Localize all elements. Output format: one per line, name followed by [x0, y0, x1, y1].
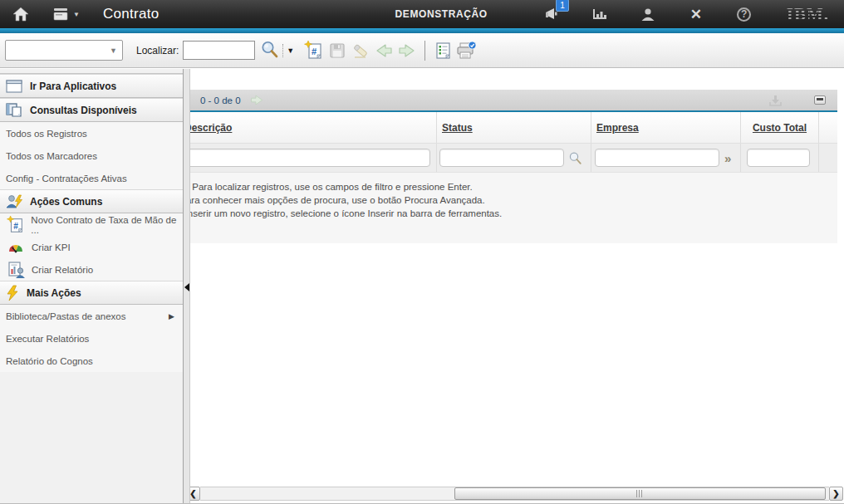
- scrollbar-grip-icon: [636, 490, 644, 497]
- reports-button[interactable]: [431, 39, 454, 62]
- sidebar-section-more-actions[interactable]: Mais Ações: [0, 281, 183, 305]
- print-button[interactable]: [454, 39, 478, 62]
- scrollbar-track[interactable]: [200, 487, 829, 501]
- notification-badge: 1: [556, 0, 569, 12]
- svg-text:#: #: [312, 46, 316, 56]
- column-header-extra: [818, 112, 837, 143]
- item-label: Todos os Marcadores: [6, 151, 97, 161]
- search-button[interactable]: [260, 40, 279, 61]
- sort-descricao[interactable]: Descrição: [184, 122, 232, 134]
- save-button[interactable]: [326, 39, 349, 62]
- next-record-button[interactable]: [395, 39, 419, 62]
- sidebar-item-executar-relatorios[interactable]: Executar Relatórios: [0, 327, 183, 350]
- sidebar-gutter: [184, 69, 190, 503]
- sidebar-item-relatorio-do-cognos[interactable]: Relatório do Cognos: [0, 350, 183, 372]
- create-report-icon: [6, 262, 26, 278]
- close-icon: ✕: [690, 6, 702, 23]
- more-actions-icon: [5, 285, 20, 301]
- report-list-icon: [434, 41, 452, 61]
- scrollbar-thumb[interactable]: [454, 487, 826, 500]
- sidebar-item-biblioteca-pastas-anexos[interactable]: Biblioteca/Pastas de anexos ▶: [0, 305, 183, 327]
- divider: [282, 44, 283, 57]
- combo-arrow-icon: ▼: [110, 46, 117, 55]
- filter-cell-custo-total: [740, 144, 818, 172]
- clear-changes-button[interactable]: [349, 39, 372, 62]
- sort-status[interactable]: Status: [437, 122, 473, 134]
- toolbar-divider: [424, 41, 425, 61]
- sort-empresa[interactable]: Empresa: [591, 122, 639, 134]
- search-options-caret[interactable]: ▼: [287, 46, 294, 55]
- environment-label: DEMONSTRAÇÃO: [395, 8, 488, 20]
- filter-cell-descricao: [184, 144, 436, 172]
- sidebar-item-config-contratacoes-ativas[interactable]: Config - Contratações Ativas: [0, 167, 183, 189]
- home-icon-glyph: [12, 7, 29, 22]
- scroll-right-button[interactable]: ❯: [829, 487, 843, 501]
- help-line: Para conhecer mais opções de procura, us…: [184, 193, 837, 207]
- toolbar: ▼ Localizar: ▼ #: [0, 33, 844, 68]
- new-contract-icon: #: [6, 215, 25, 235]
- reports-chart-button[interactable]: [587, 7, 612, 21]
- filter-input-status[interactable]: [439, 149, 564, 167]
- previous-record-button[interactable]: [372, 39, 395, 62]
- horizontal-scrollbar: ❮ ❯: [186, 487, 843, 501]
- ibm-logo: IBM.: [787, 4, 829, 25]
- help-line: Para localizar registros, use os campos …: [184, 180, 837, 193]
- column-header-descricao: Descrição: [184, 112, 436, 143]
- sidebar-item-novo-contrato[interactable]: # Novo Contrato de Taxa de Mão de ...: [0, 213, 183, 236]
- applications-menu-icon: [52, 7, 70, 22]
- next-page-icon[interactable]: [249, 93, 265, 107]
- minimize-table-icon[interactable]: [814, 95, 826, 105]
- sidebar-item-todos-os-registros[interactable]: Todos os Registros: [0, 122, 183, 144]
- list-header-bar: 0 - 0 de 0: [184, 90, 837, 112]
- sidebar-panel: Ir Para Aplicativos Consultas Disponívei…: [0, 73, 183, 372]
- download-icon[interactable]: [768, 94, 783, 107]
- sidebar-collapse-handle[interactable]: [184, 283, 189, 291]
- help-icon: ?: [737, 7, 751, 22]
- table-filter-row: »: [184, 144, 837, 173]
- sidebar-section-common-actions[interactable]: Ações Comuns: [0, 189, 183, 213]
- app-window: ▼ Contrato DEMONSTRAÇÃO 1: [0, 0, 844, 504]
- item-label: Biblioteca/Pastas de anexos: [6, 311, 125, 321]
- logout-button[interactable]: ✕: [684, 6, 709, 23]
- sidebar-section-available-queries[interactable]: Consultas Disponíveis: [0, 98, 183, 122]
- find-input[interactable]: [183, 41, 255, 60]
- item-label: Executar Relatórios: [6, 334, 89, 344]
- filter-input-custo-total[interactable]: [747, 149, 810, 167]
- sidebar-item-todos-os-marcadores[interactable]: Todos os Marcadores: [0, 144, 183, 167]
- filter-input-empresa[interactable]: [595, 149, 719, 167]
- page-title: Contrato: [103, 6, 159, 22]
- kpi-gauge-icon: [6, 242, 26, 253]
- available-queries-icon: [5, 102, 23, 118]
- list-top-spacer: [184, 69, 844, 90]
- profile-button[interactable]: [635, 7, 660, 22]
- sidebar: Ir Para Aplicativos Consultas Disponívei…: [0, 69, 184, 503]
- item-label: Criar KPI: [32, 242, 71, 252]
- applications-menu-button[interactable]: ▼: [52, 7, 80, 22]
- help-button[interactable]: ?: [732, 7, 757, 22]
- sidebar-section-go-to-applications[interactable]: Ir Para Aplicativos: [0, 74, 183, 98]
- announcements-button[interactable]: 1: [539, 7, 564, 22]
- svg-text:#: #: [13, 221, 18, 230]
- home-icon[interactable]: [10, 3, 32, 25]
- sort-custo-total[interactable]: Custo Total: [753, 122, 807, 134]
- status-lookup-button[interactable]: [568, 151, 582, 165]
- item-label: Config - Contratações Ativas: [6, 174, 127, 183]
- section-label: Ir Para Aplicativos: [30, 81, 116, 92]
- sidebar-item-criar-kpi[interactable]: Criar KPI: [0, 236, 183, 258]
- lookup-magnifier-icon: [568, 151, 582, 165]
- bar-chart-icon: [591, 7, 608, 21]
- eraser-icon: [351, 42, 370, 60]
- submenu-arrow-icon: ▶: [169, 312, 183, 321]
- menu-caret-icon: ▼: [73, 11, 80, 18]
- query-select[interactable]: ▼: [5, 40, 123, 61]
- filter-cell-extra: [818, 144, 837, 172]
- sidebar-item-criar-relatorio[interactable]: Criar Relatório: [0, 258, 183, 281]
- title-bar: ▼ Contrato DEMONSTRAÇÃO 1: [0, 0, 844, 28]
- column-header-status: Status: [436, 112, 591, 143]
- filter-input-descricao[interactable]: [184, 149, 430, 167]
- empresa-detail-menu-icon[interactable]: »: [724, 152, 731, 164]
- new-record-icon: #: [304, 41, 324, 61]
- next-arrow-icon: [397, 42, 417, 60]
- new-record-button[interactable]: #: [302, 39, 326, 62]
- section-label: Mais Ações: [27, 287, 81, 299]
